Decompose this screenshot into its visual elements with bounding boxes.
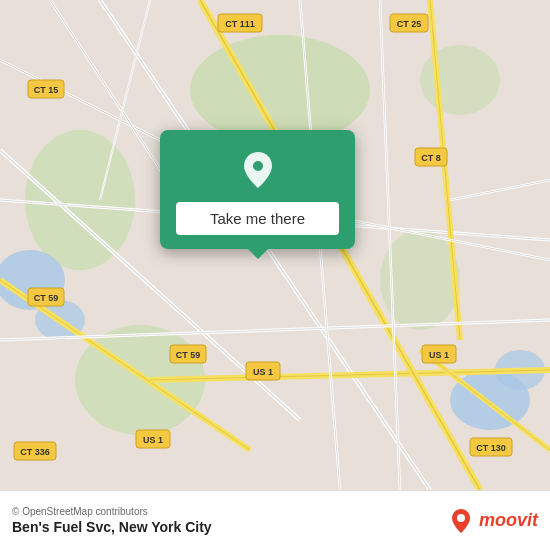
take-me-there-button[interactable]: Take me there [176,202,339,235]
map-container: CT 111 CT 25 CT 15 CT 8 CT 59 CT 59 US 1… [0,0,550,490]
svg-text:CT 130: CT 130 [476,443,506,453]
moovit-logo: moovit [447,507,538,535]
svg-point-64 [253,161,263,171]
svg-point-65 [457,514,465,522]
svg-text:CT 8: CT 8 [421,153,441,163]
svg-text:US 1: US 1 [429,350,449,360]
svg-point-1 [190,35,370,145]
location-pin-icon [236,148,280,192]
moovit-text: moovit [479,510,538,531]
svg-text:CT 59: CT 59 [34,293,59,303]
svg-text:CT 111: CT 111 [225,19,255,29]
svg-text:US 1: US 1 [143,435,163,445]
place-name: Ben's Fuel Svc, New York City [12,519,212,535]
osm-attribution: © OpenStreetMap contributors [12,506,212,517]
footer: © OpenStreetMap contributors Ben's Fuel … [0,490,550,550]
svg-text:CT 59: CT 59 [176,350,201,360]
svg-text:CT 15: CT 15 [34,85,59,95]
svg-text:CT 25: CT 25 [397,19,422,29]
svg-text:US 1: US 1 [253,367,273,377]
svg-text:CT 336: CT 336 [20,447,50,457]
svg-point-2 [25,130,135,270]
popup-card: Take me there [160,130,355,249]
footer-left: © OpenStreetMap contributors Ben's Fuel … [12,506,212,535]
moovit-icon [447,507,475,535]
